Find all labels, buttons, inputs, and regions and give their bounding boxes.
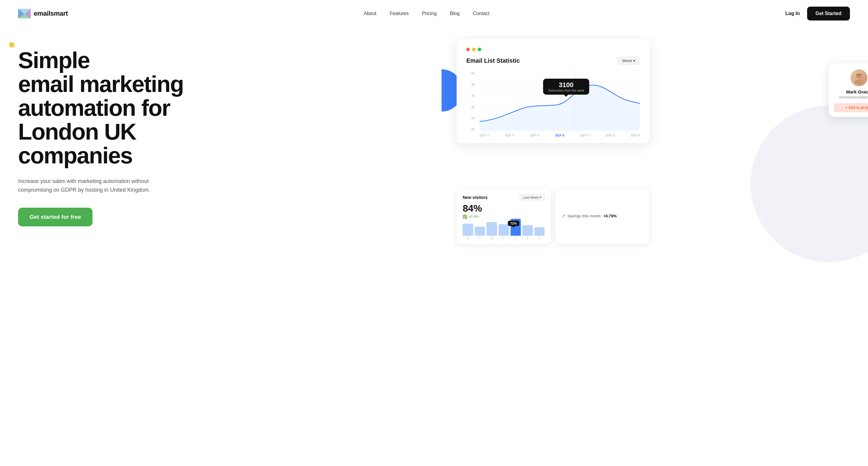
chevron-down-icon: ▾ — [539, 195, 541, 199]
profile-email: iammarkgracia@gmail.com — [834, 95, 868, 99]
bar-col-s2: S — [534, 227, 545, 240]
trend-up-icon: ↗ — [561, 213, 565, 219]
avatar-image — [853, 72, 865, 84]
bottom-cards: New visitors Last Week ▾ 84% ✅ +0.4% 72%… — [457, 189, 650, 244]
nav-contact[interactable]: Contact — [473, 11, 490, 16]
chart-tooltip: 3100 Subscribers from this week — [543, 79, 589, 95]
nav-about[interactable]: About — [364, 11, 376, 16]
bar-col-t2: T — [498, 224, 509, 240]
login-button[interactable]: Log In — [785, 11, 800, 16]
hero-section: Simple email marketing automation for Lo… — [0, 27, 868, 262]
logo-icon — [18, 9, 31, 19]
period-dropdown[interactable]: Last Week ▾ — [520, 194, 545, 200]
chart-area: 3100 Subscribers from this week — [479, 70, 640, 137]
chart-title: Email List Statistic — [466, 57, 520, 64]
savings-card: ↗ Savings this month: +6.79% — [555, 189, 650, 244]
tooltip-label: Subscribers from this week — [548, 89, 584, 92]
bar-col-t1: T — [475, 227, 485, 240]
dot-red — [466, 48, 470, 51]
add-to-project-button[interactable]: + Add to project — [834, 103, 868, 112]
svg-point-12 — [856, 73, 862, 79]
avatar — [850, 69, 867, 86]
visitors-header: New visitors Last Week ▾ — [463, 194, 545, 200]
week-dropdown[interactable]: Week ▾ — [618, 57, 640, 65]
visitors-title: New visitors — [463, 195, 487, 200]
visitors-number: 84% — [463, 203, 545, 214]
profile-name: Mark Gracia — [834, 89, 868, 94]
navbar: emailsmart About Features Pricing Blog C… — [0, 0, 868, 27]
savings-value: +6.79% — [603, 214, 617, 218]
hero-left: Simple email marketing automation for Lo… — [18, 39, 451, 226]
visitors-card: New visitors Last Week ▾ 84% ✅ +0.4% 72%… — [457, 189, 551, 244]
nav-blog[interactable]: Blog — [450, 11, 460, 16]
bar-col-m: M — [463, 224, 473, 240]
svg-rect-14 — [856, 74, 862, 75]
bar-t1 — [475, 227, 485, 236]
nav-actions: Log In Get Started — [785, 7, 850, 21]
bar-s1 — [522, 225, 533, 236]
bar-t2 — [498, 224, 509, 236]
savings-label: ↗ Savings this month: +6.79% — [561, 213, 644, 219]
chart-y-axis: 5k 4k 3k 2k 1k 0k — [466, 70, 475, 137]
bar-tooltip: 72% — [508, 221, 519, 226]
chart-header: Email List Statistic Week ▾ — [466, 57, 640, 65]
tooltip-value: 3100 — [548, 81, 584, 89]
cta-button[interactable]: Get started for free — [18, 208, 93, 226]
visitors-growth: ✅ +0.4% — [463, 215, 545, 219]
svg-point-13 — [855, 80, 863, 84]
chart-x-axis: SEP 3 SEP 4 SEP 5 SEP 6 SEP 7 SEP 8 SEP … — [479, 133, 640, 137]
window-dots — [466, 48, 640, 51]
dot-green — [478, 48, 481, 51]
check-circle-icon: ✅ — [463, 215, 467, 219]
nav-links: About Features Pricing Blog Contact — [364, 11, 490, 16]
yellow-dot-decoration — [9, 42, 14, 48]
brand-name: emailsmart — [34, 10, 68, 18]
chart-svg-wrapper: 3100 Subscribers from this week — [479, 70, 640, 132]
bar-s2 — [534, 227, 545, 236]
bar-m — [463, 224, 473, 236]
hero-title: Simple email marketing automation for Lo… — [18, 48, 451, 167]
get-started-nav-button[interactable]: Get Started — [807, 7, 850, 21]
nav-features[interactable]: Features — [390, 11, 409, 16]
logo[interactable]: emailsmart — [18, 9, 68, 19]
chart-body: 5k 4k 3k 2k 1k 0k 3100 Subscribers from … — [466, 70, 640, 137]
dot-yellow — [472, 48, 475, 51]
profile-card: Mark Gracia iammarkgracia@gmail.com + Ad… — [829, 63, 868, 117]
chevron-down-icon: ▾ — [633, 59, 635, 63]
hero-dashboard: Email List Statistic Week ▾ 5k 4k 3k 2k … — [451, 39, 868, 244]
bar-w — [487, 222, 497, 236]
nav-pricing[interactable]: Pricing — [422, 11, 437, 16]
bg-circle-decoration — [750, 105, 868, 262]
bar-col-w: W — [487, 222, 497, 240]
chart-card: Email List Statistic Week ▾ 5k 4k 3k 2k … — [457, 39, 650, 143]
bar-col-s1: S — [522, 225, 533, 240]
hero-subtitle: Increase your sales with marketing autom… — [18, 177, 175, 194]
bar-chart-mini: 72% M T W T — [463, 222, 545, 240]
